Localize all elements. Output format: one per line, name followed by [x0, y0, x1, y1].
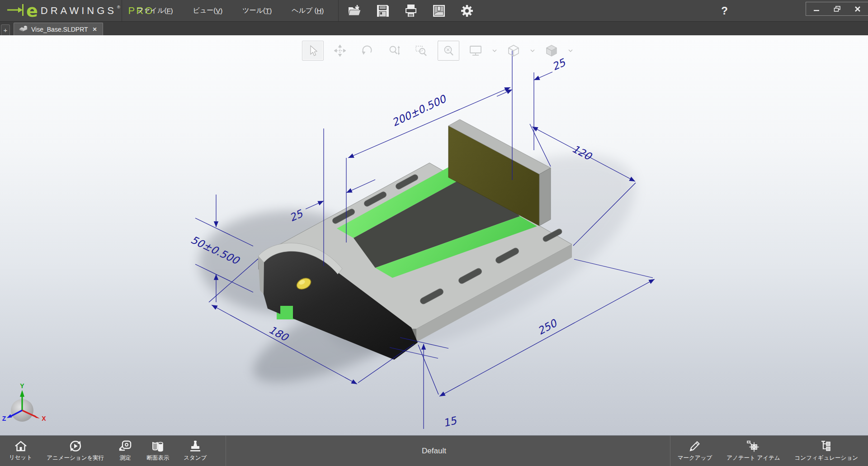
new-tab-button[interactable]: +: [1, 24, 10, 35]
orientation-triad: Y X Z: [2, 382, 47, 422]
measure-icon: [118, 440, 132, 452]
triad-x-label: X: [42, 415, 46, 422]
reset-label: リセット: [9, 454, 32, 461]
triad-z-label: Z: [2, 415, 6, 422]
save-floppy-icon: [376, 4, 390, 18]
title-bar: e DRAWINGS® PRO ファイル(F) ビュー(V) ツール(T) ヘル…: [0, 0, 868, 22]
markup-button[interactable]: マークアップ: [670, 436, 719, 466]
measure-label: 測定: [120, 454, 131, 462]
zoom-fit-icon: [442, 44, 455, 57]
triad-y-label: Y: [20, 382, 24, 390]
ext-line: [574, 259, 653, 278]
3d-viewport[interactable]: 200±0.500 25 120 25 50±0.500 180 250 15 …: [0, 35, 868, 435]
stamp-icon: [189, 440, 202, 452]
menu-file[interactable]: ファイル(F): [127, 0, 183, 21]
annotate-items-button[interactable]: アノテート アイテム: [719, 436, 787, 466]
dim-line-25-left[interactable]: [306, 201, 324, 209]
dim-line-25-top[interactable]: [497, 90, 512, 96]
part-file-icon: [19, 25, 28, 34]
annotate-items-label: アノテート アイテム: [726, 454, 780, 462]
edrawings-window: e DRAWINGS® PRO ファイル(F) ビュー(V) ツール(T) ヘル…: [0, 0, 868, 466]
bottom-left-group: リセット アニメーションを実行 測定: [0, 436, 226, 466]
settings-button[interactable]: [459, 3, 475, 19]
ext-line: [418, 345, 439, 395]
open-folder-icon: [347, 4, 363, 18]
measure-button[interactable]: 測定: [111, 436, 139, 466]
minimize-button[interactable]: [806, 2, 827, 15]
back-plate-right-face: [539, 168, 551, 226]
play-animation-label: アニメーションを実行: [47, 454, 104, 462]
section-view-icon: [151, 440, 165, 452]
edrawings-logo: e DRAWINGS® PRO: [0, 0, 122, 21]
pan-tool-button[interactable]: [329, 41, 351, 61]
tab-close-button[interactable]: ✕: [92, 26, 98, 33]
print-button[interactable]: [403, 3, 419, 19]
window-controls: [806, 2, 868, 16]
monitor-icon: [468, 44, 483, 57]
dim-text-15[interactable]: 15: [442, 414, 458, 429]
view-orientation-button[interactable]: [503, 41, 524, 61]
chevron-down-icon: [568, 49, 573, 52]
open-button[interactable]: [347, 3, 363, 19]
play-animation-button[interactable]: アニメーションを実行: [39, 436, 111, 466]
display-style-button[interactable]: [541, 41, 562, 61]
cursor-icon: [306, 44, 320, 57]
menu-bar: ファイル(F) ビュー(V) ツール(T) ヘルプ (H): [122, 0, 338, 21]
configuration-tree-icon: [820, 440, 833, 452]
rotate-tool-button[interactable]: [356, 41, 378, 61]
zoom-area-icon: [415, 44, 428, 57]
reset-button[interactable]: リセット: [2, 436, 39, 466]
document-tab-strip: + Vise_Base.SLDPRT ✕: [0, 22, 868, 35]
model-canvas[interactable]: 200±0.500 25 120 25 50±0.500 180 250 15 …: [0, 35, 868, 435]
zoom-area-tool-button[interactable]: [410, 41, 432, 61]
publish-3d-button[interactable]: [431, 3, 447, 19]
view-orientation-dropdown[interactable]: [530, 49, 535, 52]
zoom-tool-button[interactable]: [383, 41, 405, 61]
menu-tools[interactable]: ツール(T): [232, 0, 282, 21]
zoom-fit-tool-button[interactable]: [438, 41, 459, 61]
minimize-icon: [813, 6, 820, 12]
section-view-label: 断面表示: [146, 454, 169, 462]
close-button[interactable]: [847, 2, 868, 15]
toolbar-separator: [226, 436, 226, 466]
menu-help[interactable]: ヘルプ (H): [282, 0, 334, 21]
view-cube-icon: [507, 44, 520, 57]
save-button[interactable]: [375, 3, 391, 19]
full-screen-dropdown[interactable]: [492, 49, 497, 52]
section-view-button[interactable]: 断面表示: [139, 436, 176, 466]
logo-e: e: [26, 2, 38, 19]
rotate-icon: [360, 44, 374, 57]
pencil-icon: [689, 440, 701, 452]
titlebar-toolbar: [338, 0, 475, 21]
play-animation-icon: [69, 440, 82, 452]
display-style-dropdown[interactable]: [568, 49, 573, 52]
dim-line-25-left[interactable]: [346, 180, 375, 193]
logo-name: DRAWINGS®: [41, 5, 123, 17]
zoom-icon: [387, 44, 401, 57]
view-toolbar: [302, 41, 573, 61]
bottom-right-group: マークアップ アノテート アイテム: [670, 436, 868, 466]
dim-leader-25-top[interactable]: [534, 72, 552, 80]
configuration-button[interactable]: コンフィギュレーション: [788, 436, 865, 466]
restore-icon: [834, 6, 841, 12]
configuration-label: コンフィギュレーション: [795, 454, 858, 462]
chevron-down-icon: [530, 49, 535, 52]
full-screen-button[interactable]: [465, 41, 486, 61]
dim-text-200[interactable]: 200±0.500: [390, 92, 449, 128]
restore-button[interactable]: [827, 2, 848, 15]
dim-text-250[interactable]: 250: [536, 317, 560, 337]
document-tab[interactable]: Vise_Base.SLDPRT ✕: [14, 23, 103, 35]
tab-title: Vise_Base.SLDPRT: [31, 26, 88, 33]
logo-arrow-icon: [6, 3, 24, 19]
menu-view[interactable]: ビュー(V): [183, 0, 233, 21]
markup-label: マークアップ: [678, 454, 712, 462]
package-box-icon: [432, 4, 446, 18]
configuration-selector[interactable]: Default: [422, 447, 446, 456]
help-button[interactable]: ?: [721, 5, 728, 17]
annotate-items-icon: [746, 440, 760, 452]
pan-icon: [333, 44, 347, 57]
bottom-toolbar: リセット アニメーションを実行 測定: [0, 435, 868, 466]
stamp-button[interactable]: スタンプ: [176, 436, 214, 466]
select-tool-button[interactable]: [302, 41, 324, 61]
home-icon: [14, 440, 27, 452]
